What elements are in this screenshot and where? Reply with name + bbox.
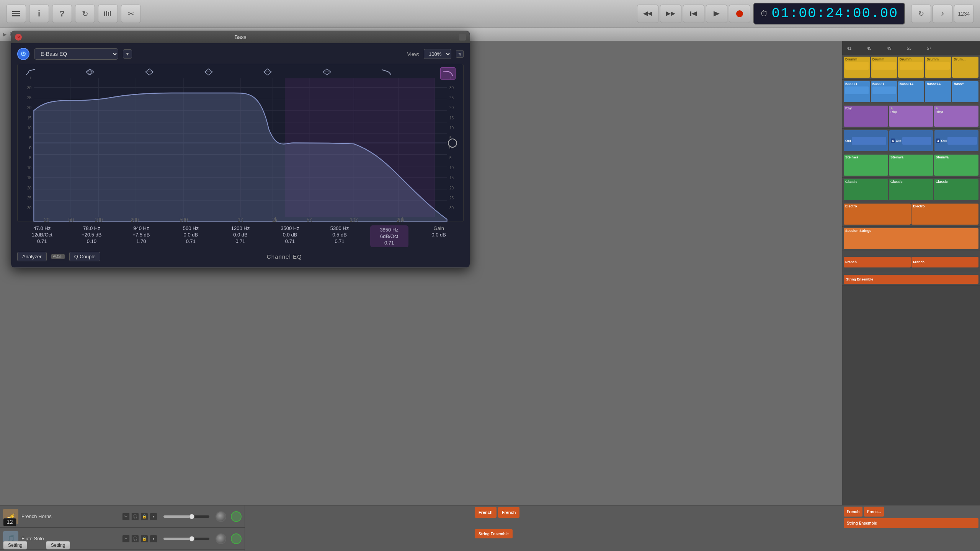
band3-handle[interactable] (144, 67, 155, 77)
tostart-button[interactable] (683, 5, 704, 23)
eq-preset-select[interactable]: E-Bass EQ (34, 48, 118, 60)
play-button[interactable] (706, 5, 727, 23)
num-display-btn[interactable]: 1234 (954, 5, 974, 23)
tune-button[interactable]: ♪ (933, 5, 952, 23)
fl-dot-btn[interactable]: ● (150, 535, 157, 543)
eq-params: 47.0 Hz 12dB/Oct 0.71 78.0 Hz +20.5 dB 0… (17, 222, 464, 249)
far-right-string-region[interactable]: String Ensemble (844, 518, 978, 528)
fl-scissors-btn[interactable]: ✂ (122, 535, 130, 543)
fh-scissors-btn[interactable]: ✂ (122, 513, 130, 520)
eq-close-button[interactable]: ✕ (15, 34, 22, 41)
rhythm-a-label2: A (936, 106, 977, 110)
session-strings-region[interactable]: Session Strings (844, 228, 978, 249)
setting-button-1[interactable]: Setting (3, 541, 27, 549)
scissors-button[interactable]: ✂ (121, 5, 141, 23)
setting-button-2[interactable]: Setting (46, 541, 70, 549)
eq-preset-menu-button[interactable]: ▼ (123, 49, 132, 59)
sync-button[interactable]: ↻ (911, 5, 931, 23)
drums-region-5[interactable]: Drum... (952, 57, 978, 78)
bass-region-5[interactable]: Bass# (952, 81, 978, 102)
flute-solo-name: Flute Solo (21, 536, 44, 541)
bass-region-2[interactable]: Bass#1 (871, 81, 897, 102)
eq-maximize-button[interactable] (459, 34, 466, 41)
french-bottom-1[interactable]: French (475, 507, 497, 518)
flute-volume-knob[interactable] (216, 533, 226, 544)
far-right-french-1[interactable]: French (844, 507, 862, 517)
far-right-french-2[interactable]: Frenc... (864, 507, 884, 517)
eq-power-button[interactable] (17, 48, 29, 60)
band4-freq: 500 Hz (183, 225, 199, 231)
qcouple-button[interactable]: Q-Couple (69, 252, 101, 261)
bass-region-3[interactable]: Bass#14 (898, 81, 924, 102)
steinway-label-2: Steinwa (890, 155, 932, 159)
eq-graph[interactable]: + 30 25 20 15 10 5 0 5 10 15 20 25 30 (17, 64, 464, 222)
fl-fader-thumb[interactable] (189, 536, 194, 541)
fh-dot-btn[interactable]: ● (150, 513, 157, 520)
flute-fader[interactable] (163, 538, 209, 540)
steinway-region-3[interactable]: Steinwa (934, 155, 978, 176)
fl-headphone-btn[interactable]: 🎧 (131, 535, 139, 543)
eq-band5-params: 1200 Hz 0.0 dB 0.71 (221, 225, 260, 247)
band6-freq: 3500 Hz (281, 225, 299, 231)
svg-text:100: 100 (95, 217, 103, 222)
band6-handle[interactable] (322, 67, 332, 77)
rhythm-region-2[interactable]: A Rhy (889, 106, 933, 127)
band4-val3: 0.71 (186, 238, 196, 244)
help-button[interactable]: ? (52, 5, 72, 23)
drums-region-4[interactable]: Drumm (925, 57, 951, 78)
french-region-1[interactable]: French (844, 257, 911, 267)
fh-fader-thumb[interactable] (189, 514, 194, 519)
bass-region-1[interactable]: Bass#1 (844, 81, 870, 102)
info-button[interactable]: i (29, 5, 49, 23)
fl-lock-btn[interactable]: 🔒 (140, 535, 148, 543)
band5-handle[interactable] (262, 67, 273, 77)
record-button[interactable] (729, 5, 750, 23)
string-ensemble-region-1[interactable]: String Ensemble (844, 275, 978, 284)
drums-region-3[interactable]: Drumm (898, 57, 924, 78)
fastforward-button[interactable] (660, 5, 681, 23)
flute-solo-track: 🎵 Flute Solo ✂ 🎧 🔒 ● (0, 528, 245, 550)
classic-label-1: Classic (845, 180, 887, 184)
oct-region-1[interactable]: Oct (844, 130, 888, 151)
electro-region-2[interactable]: Electro (911, 204, 978, 225)
rhythm-region-3[interactable]: A Rhyt (934, 106, 978, 127)
analyzer-button[interactable]: Analyzer (17, 252, 47, 261)
french-horns-volume-knob[interactable] (216, 511, 226, 522)
string-ensemble-bottom-region[interactable]: String Ensemble (475, 529, 513, 538)
band4-val2: 0.0 dB (184, 232, 198, 238)
drums-region-1[interactable]: Drumm (844, 57, 870, 78)
drums-label-1: Drumm (845, 57, 869, 61)
eq-view-label: View: (407, 51, 419, 57)
fh-lock-btn[interactable]: 🔒 (140, 513, 148, 520)
band2-handle[interactable] (85, 67, 95, 77)
bass-waveform-2 (872, 86, 896, 94)
rhythm-region-1[interactable]: Rhy (844, 106, 888, 127)
drums-region-2[interactable]: Drumm (871, 57, 897, 78)
classic-region-1[interactable]: Classic (844, 179, 888, 200)
steinway-region-2[interactable]: Steinwa (889, 155, 933, 176)
electro-region-1[interactable]: Electro (844, 204, 911, 225)
oct-region-2[interactable]: 4 Oct (889, 130, 933, 151)
oct-region-3[interactable]: 4 Oct (934, 130, 978, 151)
classic-region-2[interactable]: Classic (889, 179, 933, 200)
eq-header: E-Bass EQ ▼ View: 100% ⇅ (17, 48, 464, 60)
eq-view-select[interactable]: 100% (424, 49, 451, 59)
eq-titlebar: ✕ Bass (11, 31, 470, 43)
file-button[interactable] (6, 5, 26, 23)
classic-region-3[interactable]: Classic (934, 179, 978, 200)
french-bottom-2[interactable]: French (498, 507, 520, 518)
rewind-button[interactable] (637, 5, 658, 23)
mixer-button[interactable] (98, 5, 118, 23)
band7-handle[interactable] (381, 67, 392, 77)
eq-view-arrows[interactable]: ⇅ (456, 50, 464, 58)
bass-region-4[interactable]: Bass#14 (925, 81, 951, 102)
band4-handle[interactable] (203, 67, 214, 77)
band8-handle[interactable] (440, 67, 456, 80)
french-horns-fader[interactable] (163, 515, 209, 518)
steinway-region-1[interactable]: Steinwa (844, 155, 888, 176)
french-region-2[interactable]: French (911, 257, 978, 267)
bass-label-2: Bass#1 (872, 82, 896, 86)
band1-handle[interactable] (25, 67, 36, 77)
fh-headphone-btn[interactable]: 🎧 (131, 513, 139, 520)
cycle-button[interactable]: ↻ (75, 5, 95, 23)
